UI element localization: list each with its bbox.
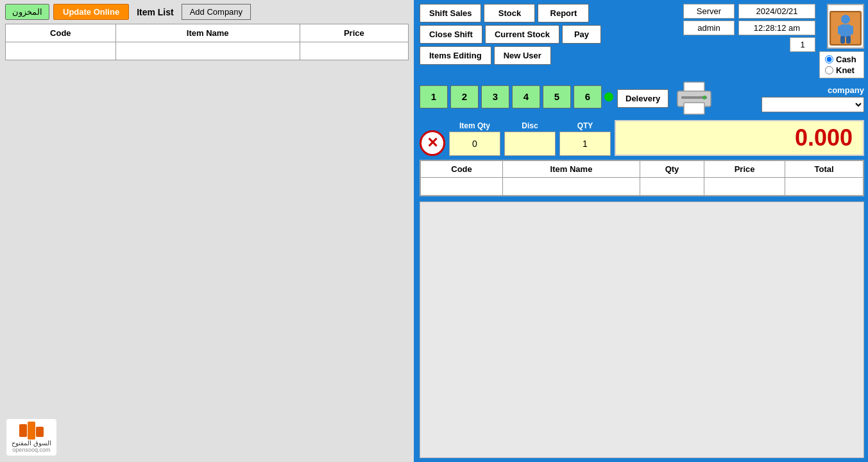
btn-row-3: Items Editing New User: [420, 46, 664, 65]
num-btn-1[interactable]: 1: [420, 85, 448, 108]
shift-sales-btn[interactable]: Shift Sales: [420, 4, 481, 22]
sales-col-qty: Qty: [640, 161, 704, 178]
pay-btn[interactable]: Pay: [562, 25, 601, 44]
svg-rect-0: [19, 424, 27, 437]
server-row-3: 1: [790, 37, 815, 52]
num-btn-4[interactable]: 4: [512, 85, 540, 108]
knet-radio[interactable]: [825, 66, 833, 74]
item-qty-group: Item Qty: [449, 121, 500, 156]
close-shift-btn[interactable]: Close Shift: [420, 25, 482, 44]
left-cell-name: [115, 42, 300, 60]
payment-options: Cash Knet: [819, 51, 864, 78]
qty-input[interactable]: [559, 132, 611, 156]
num-btn-6[interactable]: 6: [574, 85, 602, 108]
stock-btn[interactable]: Stock: [484, 4, 535, 22]
qty-label: QTY: [577, 121, 593, 130]
sales-col-item-name: Item Name: [503, 161, 640, 178]
disc-input[interactable]: [504, 132, 556, 156]
item-qty-label: Item Qty: [459, 121, 490, 130]
status-dot: [604, 92, 613, 101]
svg-rect-10: [846, 36, 851, 44]
item-qty-input[interactable]: [449, 132, 500, 156]
svg-rect-8: [849, 26, 853, 35]
sales-cell-price: [704, 178, 785, 196]
delivery-btn[interactable]: Delevery: [617, 89, 668, 108]
sales-col-code: Code: [421, 161, 503, 178]
sales-col-price: Price: [704, 161, 785, 178]
action-buttons-section: Shift Sales Stock Report Close Shift Cur…: [420, 4, 664, 65]
table-row: [6, 42, 409, 60]
sales-cell-total: [785, 178, 864, 196]
add-company-btn[interactable]: Add Company: [182, 4, 251, 20]
server-time: 12:28:12 am: [738, 21, 815, 35]
input-row: ✕ Item Qty Disc QTY 0.000: [420, 120, 864, 156]
svg-rect-14: [684, 103, 704, 114]
svg-rect-7: [838, 26, 842, 35]
server-info-section: Server 2024/02/21 admin 12:28:12 am 1: [668, 4, 815, 52]
logo-svg: [19, 422, 44, 440]
server-row-2: admin 12:28:12 am: [683, 21, 815, 35]
item-list-btn[interactable]: Item List: [133, 4, 178, 20]
svg-rect-2: [36, 427, 44, 437]
cash-radio[interactable]: [825, 55, 833, 64]
sales-col-total: Total: [785, 161, 864, 178]
numpad-buttons: 1 2 3 4 5 6: [420, 85, 613, 108]
left-cell-code: [6, 42, 116, 60]
update-online-btn[interactable]: Update Online: [53, 4, 129, 20]
printer-svg: [675, 81, 713, 116]
right-top-section: Shift Sales Stock Report Close Shift Cur…: [420, 4, 864, 78]
company-select[interactable]: [762, 97, 864, 112]
num-btn-2[interactable]: 2: [450, 85, 479, 108]
report-btn[interactable]: Report: [538, 4, 589, 22]
avatar-svg: [829, 6, 862, 46]
btn-row-2: Close Shift Current Stock Pay: [420, 25, 664, 44]
avatar: [827, 4, 864, 49]
payment-avatar-section: Cash Knet: [819, 4, 864, 78]
left-col-code: Code: [6, 24, 116, 42]
sales-cell-qty: [640, 178, 704, 196]
left-cell-price: [300, 42, 408, 60]
sales-table-header: Code Item Name Qty Price Total: [421, 161, 864, 178]
logo-text: السوق المفتوح: [12, 440, 51, 447]
server-name: admin: [683, 21, 735, 35]
printer-icon[interactable]: [675, 81, 713, 116]
logo: السوق المفتوح opensooq.com: [6, 419, 56, 456]
items-editing-btn[interactable]: Items Editing: [420, 46, 491, 65]
sales-table-container: Code Item Name Qty Price Total: [420, 160, 864, 196]
left-table: Code Item Name Price: [5, 24, 409, 60]
company-section: company: [762, 85, 864, 112]
logo-icon-row: [19, 422, 44, 440]
left-col-item-name: Item Name: [115, 24, 300, 42]
arabic-btn[interactable]: المخزون: [5, 4, 49, 20]
right-panel: Shift Sales Stock Report Close Shift Cur…: [416, 0, 868, 462]
bottom-area: [420, 201, 864, 458]
knet-radio-row[interactable]: Knet: [825, 65, 858, 75]
knet-label: Knet: [836, 65, 855, 75]
svg-rect-1: [28, 422, 35, 440]
cash-radio-row[interactable]: Cash: [825, 55, 858, 64]
logo-sub: opensooq.com: [12, 447, 50, 453]
qty-group: QTY: [559, 121, 611, 156]
current-stock-btn[interactable]: Current Stock: [485, 25, 559, 44]
server-label: Server: [683, 4, 735, 19]
num-btn-3[interactable]: 3: [481, 85, 509, 108]
svg-point-15: [702, 96, 706, 99]
disc-group: Disc: [504, 121, 556, 156]
cash-label: Cash: [836, 55, 856, 64]
new-user-btn[interactable]: New User: [494, 46, 551, 65]
left-col-price: Price: [300, 24, 408, 42]
total-display: 0.000: [615, 120, 864, 156]
clear-btn[interactable]: ✕: [420, 130, 445, 156]
sales-cell-code: [421, 178, 503, 196]
session-number: 1: [790, 37, 815, 52]
toolbar: المخزون Update Online Item List Add Comp…: [0, 0, 414, 24]
server-row-1: Server 2024/02/21: [683, 4, 815, 19]
right-content: Shift Sales Stock Report Close Shift Cur…: [420, 4, 864, 458]
sales-table: Code Item Name Qty Price Total: [420, 160, 864, 196]
server-date: 2024/02/21: [738, 4, 815, 19]
num-btn-5[interactable]: 5: [543, 85, 571, 108]
left-panel: المخزون Update Online Item List Add Comp…: [0, 0, 414, 462]
sales-table-row: [421, 178, 864, 196]
btn-row-1: Shift Sales Stock Report: [420, 4, 664, 22]
svg-rect-9: [840, 36, 845, 44]
